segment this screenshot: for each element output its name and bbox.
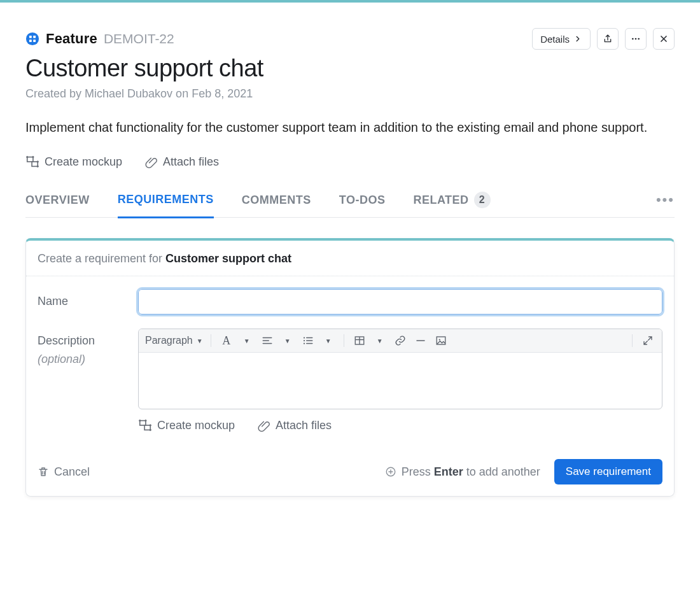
svg-rect-21 [144, 425, 150, 430]
editor-toolbar: Paragraph ▼ A ▼ [139, 329, 662, 353]
save-requirement-label: Save requirement [566, 465, 651, 477]
toolbar-table-button[interactable] [352, 333, 367, 348]
details-button-label: Details [540, 34, 570, 45]
svg-rect-3 [29, 39, 32, 42]
add-another-hint: Press Enter to add another [385, 465, 540, 479]
type-label: Feature [46, 31, 97, 47]
tab-requirements[interactable]: REQUIREMENTS [118, 192, 214, 218]
svg-point-10 [27, 156, 28, 157]
horizontal-rule-icon [415, 335, 426, 346]
svg-rect-9 [32, 162, 38, 166]
mockup-icon [138, 418, 152, 432]
close-button[interactable] [653, 28, 675, 50]
cancel-button[interactable]: Cancel [38, 465, 90, 479]
paperclip-icon [145, 155, 158, 168]
svg-point-13 [37, 166, 38, 167]
align-left-icon [262, 335, 273, 346]
panel-heading: Create a requirement for Customer suppor… [26, 241, 674, 276]
svg-point-0 [26, 32, 39, 45]
tab-related[interactable]: RELATED 2 [413, 192, 490, 217]
description-input[interactable] [139, 353, 662, 409]
plus-circle-icon [385, 466, 396, 477]
toolbar-image-button[interactable] [433, 333, 449, 348]
svg-point-22 [139, 420, 141, 421]
toolbar-table-caret[interactable]: ▼ [372, 333, 388, 348]
trash-icon [38, 466, 49, 477]
toolbar-expand-button[interactable] [640, 333, 655, 348]
panel-create-mockup-label: Create mockup [157, 419, 235, 432]
svg-point-15 [304, 340, 305, 341]
svg-point-23 [145, 420, 146, 421]
svg-point-25 [150, 429, 151, 430]
list-icon [302, 335, 314, 346]
create-requirement-panel: Create a requirement for Customer suppor… [25, 238, 675, 497]
separator [211, 334, 211, 347]
toolbar-textcolor-button[interactable]: A [219, 333, 234, 348]
toolbar-list-button[interactable] [300, 333, 316, 348]
toolbar-paragraph-dropdown[interactable]: Paragraph ▼ [145, 335, 203, 346]
name-input[interactable] [138, 289, 662, 315]
svg-rect-1 [29, 36, 32, 38]
panel-attach-files-action[interactable]: Attach files [258, 418, 332, 432]
tab-comments[interactable]: COMMENTS [242, 192, 311, 217]
svg-rect-8 [27, 157, 33, 162]
issue-key: DEMOIT-22 [104, 31, 174, 46]
toolbar-link-button[interactable] [393, 333, 408, 348]
svg-point-24 [150, 425, 151, 426]
meta-line: Created by Michael Dubakov on Feb 8, 202… [25, 87, 675, 101]
create-mockup-action[interactable]: Create mockup [25, 155, 122, 169]
more-horizontal-icon [630, 34, 641, 44]
save-requirement-button[interactable]: Save requirement [554, 459, 662, 484]
cancel-label: Cancel [54, 465, 90, 479]
optional-label: (optional) [38, 352, 127, 367]
attach-files-action[interactable]: Attach files [145, 155, 219, 169]
toolbar-textcolor-caret[interactable]: ▼ [239, 333, 255, 348]
create-mockup-label: Create mockup [45, 155, 122, 169]
details-button[interactable]: Details [532, 28, 591, 50]
description-editor: Paragraph ▼ A ▼ [138, 329, 662, 409]
description-label: Description [38, 334, 95, 347]
tab-related-badge: 2 [474, 192, 491, 208]
app-icon [25, 32, 39, 46]
svg-rect-20 [140, 421, 146, 425]
svg-point-12 [37, 161, 38, 162]
tab-overview[interactable]: OVERVIEW [25, 192, 90, 217]
svg-point-11 [32, 156, 34, 157]
svg-point-6 [635, 38, 637, 40]
chevron-right-icon [573, 34, 582, 43]
more-button[interactable] [625, 28, 647, 50]
svg-point-16 [304, 343, 305, 344]
toolbar-align-button[interactable] [260, 333, 275, 348]
share-button[interactable] [597, 28, 619, 50]
mockup-icon [25, 155, 39, 169]
toolbar-align-caret[interactable]: ▼ [280, 333, 295, 348]
share-icon [603, 34, 613, 44]
separator [632, 334, 633, 347]
toolbar-hr-button[interactable] [413, 333, 428, 348]
close-icon [659, 34, 669, 44]
caret-down-icon: ▼ [197, 337, 203, 344]
image-icon [435, 335, 447, 346]
page-title: Customer support chat [25, 55, 675, 82]
tabs-more-button[interactable]: ••• [656, 192, 675, 217]
svg-rect-4 [33, 39, 36, 42]
tabs: OVERVIEW REQUIREMENTS COMMENTS TO-DOS RE… [25, 192, 491, 217]
paperclip-icon [258, 419, 270, 432]
toolbar-list-caret[interactable]: ▼ [321, 333, 336, 348]
svg-point-5 [632, 38, 634, 40]
separator [344, 334, 344, 347]
panel-create-mockup-action[interactable]: Create mockup [138, 418, 235, 432]
expand-icon [642, 335, 654, 346]
panel-attach-files-label: Attach files [276, 419, 332, 432]
link-icon [395, 335, 406, 346]
table-icon [354, 335, 365, 346]
tab-todos[interactable]: TO-DOS [339, 192, 386, 217]
description-text: Implement chat functionality for the cus… [25, 118, 675, 137]
name-label: Name [38, 289, 127, 309]
svg-point-7 [638, 38, 640, 40]
svg-point-14 [304, 337, 305, 338]
svg-point-19 [438, 339, 440, 340]
svg-rect-2 [33, 36, 36, 38]
attach-files-label: Attach files [163, 155, 219, 169]
